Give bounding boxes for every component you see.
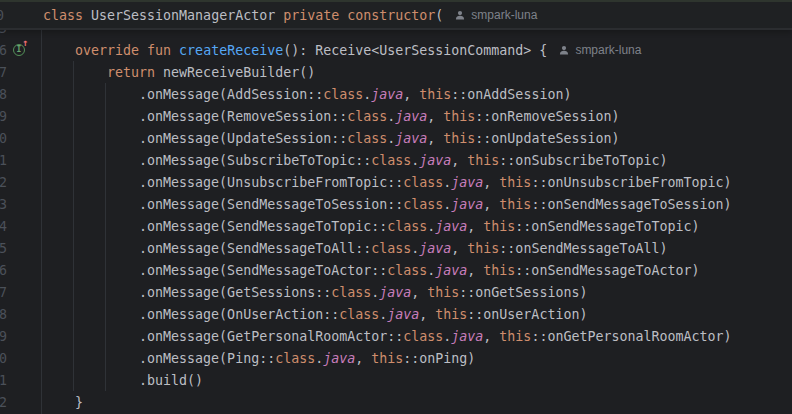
line-number[interactable]: 49: [0, 109, 7, 124]
code-token: .onMessage(SendMessageToActor::: [43, 263, 387, 278]
code-line[interactable]: 57 .onMessage(GetSessions::class.java, t…: [0, 281, 792, 303]
line-number[interactable]: 57: [0, 285, 7, 300]
code-token: (): Receive<UserSessionCommand> {: [283, 43, 547, 58]
code-text: }: [43, 395, 83, 410]
code-line[interactable]: 55 .onMessage(SendMessageToAll::class.ja…: [0, 237, 792, 259]
code-token: ,: [419, 307, 435, 322]
line-number[interactable]: 54: [0, 219, 7, 234]
code-token: return: [107, 65, 163, 80]
code-line[interactable]: 54 .onMessage(SendMessageToTopic::class.…: [0, 215, 792, 237]
code-token: .onMessage(OnUserAction::: [43, 307, 339, 322]
line-number[interactable]: 55: [0, 241, 7, 256]
code-text: .onMessage(AddSession::class.java, this:…: [43, 87, 571, 102]
code-token: this: [467, 153, 499, 168]
code-token: class: [43, 8, 91, 23]
code-token: class: [275, 351, 315, 366]
line-number[interactable]: 50: [0, 131, 7, 146]
line-number[interactable]: 53: [0, 197, 7, 212]
code-token: .onMessage(GetPersonalRoomActor::: [43, 329, 403, 344]
code-text: .build(): [43, 373, 203, 388]
code-line[interactable]: 59 .onMessage(GetPersonalRoomActor::clas…: [0, 325, 792, 347]
code-line[interactable]: 62 }: [0, 391, 792, 413]
code-token: [43, 43, 75, 58]
code-token: this: [499, 197, 531, 212]
sticky-line-number: 40: [0, 8, 4, 23]
code-token: java: [323, 351, 355, 366]
code-token: }: [43, 395, 83, 410]
code-token: ::onSendMessageToSession): [531, 197, 731, 212]
code-token: java: [395, 109, 427, 124]
line-number[interactable]: 61: [0, 373, 7, 388]
code-token: .onMessage(SendMessageToSession::: [43, 197, 403, 212]
code-token: java: [435, 219, 467, 234]
code-token: .onMessage(AddSession::: [43, 87, 323, 102]
code-token: ::onPing): [403, 351, 475, 366]
line-number[interactable]: 56: [0, 263, 7, 278]
code-line[interactable]: 61 .build(): [0, 369, 792, 391]
code-token: ::onSendMessageToActor): [515, 263, 699, 278]
line-number[interactable]: 58: [0, 307, 7, 322]
code-editor[interactable]: 4546I↑ override fun createReceive(): Rec…: [0, 0, 792, 414]
code-line[interactable]: 49 .onMessage(RemoveSession::class.java,…: [0, 105, 792, 127]
code-text: .onMessage(SubscribeToTopic::class.java,…: [43, 153, 667, 168]
code-token: java: [379, 285, 411, 300]
code-text: .onMessage(GetSessions::class.java, this…: [43, 285, 587, 300]
code-token: class: [323, 87, 363, 102]
code-token: java: [419, 241, 451, 256]
code-line[interactable]: 52 .onMessage(UnsubscribeFromTopic::clas…: [0, 171, 792, 193]
code-token: ::onSendMessageToTopic): [515, 219, 699, 234]
code-line[interactable]: 58 .onMessage(OnUserAction::class.java, …: [0, 303, 792, 325]
line-number[interactable]: 51: [0, 153, 7, 168]
sticky-declaration-line[interactable]: 40 class UserSessionManagerActor private…: [0, 0, 792, 30]
code-token: class: [403, 329, 443, 344]
code-token: override fun: [75, 43, 179, 58]
code-token: ::onGetSessions): [459, 285, 587, 300]
line-number[interactable]: 62: [0, 395, 7, 410]
code-text: .onMessage(UpdateSession::class.java, th…: [43, 131, 619, 146]
code-text: .onMessage(RemoveSession::class.java, th…: [43, 109, 619, 124]
editor-lines[interactable]: 4546I↑ override fun createReceive(): Rec…: [0, 0, 792, 414]
code-text: .onMessage(UnsubscribeFromTopic::class.j…: [43, 175, 732, 190]
code-line[interactable]: 46I↑ override fun createReceive(): Recei…: [0, 39, 792, 61]
code-token: .onMessage(Ping::: [43, 351, 275, 366]
code-token: ,: [483, 197, 499, 212]
code-token: .onMessage(UnsubscribeFromTopic::: [43, 175, 403, 190]
line-number[interactable]: 59: [0, 329, 7, 344]
code-token: .onMessage(UpdateSession::: [43, 131, 347, 146]
line-number[interactable]: 48: [0, 87, 7, 102]
code-token: this: [435, 307, 467, 322]
code-token: java: [451, 329, 483, 344]
line-number[interactable]: 47: [0, 65, 7, 80]
code-token: this: [467, 241, 499, 256]
line-number[interactable]: 60: [0, 351, 7, 366]
code-line[interactable]: 47 return newReceiveBuilder(): [0, 61, 792, 83]
line-number[interactable]: 46: [0, 43, 7, 58]
line-number[interactable]: 52: [0, 175, 7, 190]
code-token: newReceiveBuilder(): [163, 65, 315, 80]
code-line[interactable]: 50 .onMessage(UpdateSession::class.java,…: [0, 127, 792, 149]
code-line[interactable]: 51 .onMessage(SubscribeToTopic::class.ja…: [0, 149, 792, 171]
code-line[interactable]: 60 .onMessage(Ping::class.java, this::on…: [0, 347, 792, 369]
code-token: ,: [483, 329, 499, 344]
code-token: this: [443, 109, 475, 124]
code-token: ::onRemoveSession): [475, 109, 619, 124]
author-name: smpark-luna: [575, 43, 641, 57]
code-token: java: [371, 87, 403, 102]
author-inlay[interactable]: smpark-luna: [558, 43, 641, 57]
code-token: ::onGetPersonalRoomActor): [531, 329, 731, 344]
implements-method-icon[interactable]: I↑: [13, 43, 25, 55]
code-text: .onMessage(SendMessageToActor::class.jav…: [43, 263, 699, 278]
code-token: java: [435, 263, 467, 278]
code-token: .onMessage(SubscribeToTopic::: [43, 153, 371, 168]
code-line[interactable]: 53 .onMessage(SendMessageToSession::clas…: [0, 193, 792, 215]
code-text: override fun createReceive(): Receive<Us…: [43, 43, 547, 58]
code-line[interactable]: 48 .onMessage(AddSession::class.java, th…: [0, 83, 792, 105]
code-token: this: [419, 87, 451, 102]
code-token: class: [387, 219, 427, 234]
code-token: .onMessage(SendMessageToAll::: [43, 241, 371, 256]
code-token: ,: [451, 241, 467, 256]
code-token: this: [443, 131, 475, 146]
code-token: ::onSubscribeToTopic): [499, 153, 667, 168]
author-inlay[interactable]: smpark-luna: [454, 8, 537, 22]
code-line[interactable]: 56 .onMessage(SendMessageToActor::class.…: [0, 259, 792, 281]
